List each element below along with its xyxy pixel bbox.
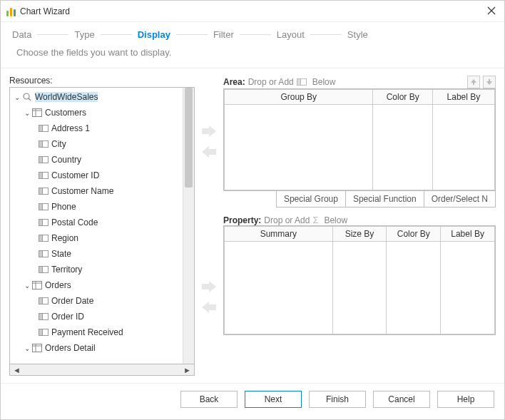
tree-root[interactable]: ⌄ WorldWideSales: [10, 89, 183, 105]
tree-group-label: Orders Detail: [45, 343, 96, 353]
tree-field[interactable]: Phone: [10, 199, 183, 215]
svg-line-1: [29, 98, 31, 101]
tree-field[interactable]: Order Date: [10, 293, 183, 309]
svg-rect-31: [39, 314, 43, 320]
next-button[interactable]: Next: [245, 391, 302, 408]
prop-col-sizeby: Size By: [332, 227, 387, 242]
wizard-steps: Data Type Display Filter Layout Style: [1, 22, 504, 44]
tree-group[interactable]: ⌄ Customers: [10, 105, 183, 121]
field-icon: [39, 235, 49, 242]
svg-rect-2: [33, 109, 42, 117]
resources-tree[interactable]: ⌄ WorldWideSales ⌄ Customers Address 1 C…: [9, 87, 195, 364]
tree-root-label: WorldWideSales: [35, 92, 98, 102]
svg-rect-6: [39, 126, 43, 132]
scroll-left-icon[interactable]: ◄: [13, 366, 21, 374]
tree-group-label: Orders: [45, 280, 71, 290]
back-button[interactable]: Back: [180, 391, 238, 408]
field-hint-icon: [297, 78, 307, 86]
tree-field[interactable]: State: [10, 246, 183, 262]
prop-col-labelby: Label By: [441, 227, 495, 242]
area-col-labelby: Label By: [432, 90, 494, 105]
property-header: Property: Drop or Add Σ Below: [223, 215, 496, 225]
svg-rect-18: [39, 220, 43, 226]
step-layout[interactable]: Layout: [275, 29, 306, 40]
special-function-button[interactable]: Special Function: [346, 190, 424, 208]
area-header: Area: Drop or Add Below: [223, 76, 496, 88]
help-button[interactable]: Help: [437, 391, 494, 408]
tree-field[interactable]: Address 1: [10, 121, 183, 136]
table-icon: [32, 344, 42, 352]
resources-label: Resources:: [9, 76, 195, 86]
area-table[interactable]: Group By Color By Label By: [223, 88, 496, 191]
tree-field[interactable]: Region: [10, 230, 183, 246]
wizard-footer: Back Next Finish Cancel Help: [1, 383, 504, 419]
chevron-down-icon[interactable]: ⌄: [23, 344, 31, 352]
svg-rect-24: [39, 267, 43, 273]
svg-rect-10: [39, 157, 43, 163]
chevron-down-icon[interactable]: ⌄: [13, 93, 21, 101]
table-icon: [32, 108, 42, 117]
svg-rect-22: [39, 251, 43, 257]
tree-field[interactable]: Territory: [10, 262, 183, 277]
tree-field[interactable]: Order ID: [10, 309, 183, 324]
remove-button-property[interactable]: [202, 302, 216, 315]
remove-button[interactable]: [202, 146, 216, 160]
tree-field[interactable]: Postal Code: [10, 215, 183, 230]
arrow-right-icon: [202, 126, 216, 137]
field-icon: [39, 156, 49, 163]
field-icon: [39, 297, 49, 304]
svg-rect-33: [39, 329, 43, 336]
field-icon: [39, 266, 49, 273]
tree-field[interactable]: Payment Received: [10, 324, 183, 340]
move-up-button[interactable]: [467, 76, 480, 88]
titlebar: Chart Wizard: [1, 1, 504, 22]
tree-field[interactable]: Country: [10, 152, 183, 168]
arrow-right-icon: [202, 281, 216, 292]
scroll-right-icon[interactable]: ►: [183, 366, 191, 374]
svg-point-0: [24, 93, 29, 99]
add-button-property[interactable]: [202, 281, 216, 294]
step-display[interactable]: Display: [136, 29, 172, 40]
special-group-button[interactable]: Special Group: [276, 190, 346, 208]
prop-col-colorby: Color By: [387, 227, 441, 242]
chevron-down-icon[interactable]: ⌄: [23, 282, 31, 290]
step-style[interactable]: Style: [346, 29, 369, 40]
field-icon: [39, 219, 49, 226]
cancel-button[interactable]: Cancel: [373, 391, 430, 408]
svg-rect-29: [39, 298, 43, 304]
property-table[interactable]: Summary Size By Color By Label By: [223, 225, 496, 335]
arrow-left-icon: [202, 146, 216, 158]
order-select-n-button[interactable]: Order/Select N: [424, 190, 496, 208]
step-data[interactable]: Data: [11, 29, 33, 40]
arrow-up-icon: [470, 78, 477, 86]
app-logo-icon: [6, 6, 16, 16]
close-button[interactable]: [484, 5, 499, 18]
tree-field[interactable]: Customer ID: [10, 168, 183, 183]
svg-rect-20: [39, 235, 43, 242]
svg-rect-34: [33, 344, 42, 352]
field-icon: [39, 329, 49, 336]
chevron-down-icon[interactable]: ⌄: [23, 109, 31, 117]
step-filter[interactable]: Filter: [212, 29, 235, 40]
horizontal-scrollbar[interactable]: ◄ ►: [9, 364, 195, 376]
transfer-buttons: [199, 76, 219, 376]
field-icon: [39, 140, 49, 148]
add-button[interactable]: [202, 126, 216, 139]
area-hint1: Drop or Add: [248, 77, 294, 87]
tree-field[interactable]: City: [10, 136, 183, 152]
tree-group[interactable]: ⌄ Orders: [10, 277, 183, 293]
finish-button[interactable]: Finish: [309, 391, 366, 408]
tree-group-label: Customers: [45, 108, 86, 118]
step-type[interactable]: Type: [73, 29, 96, 40]
tree-group[interactable]: ⌄ Orders Detail: [10, 340, 183, 356]
prop-col-summary: Summary: [225, 227, 333, 242]
vertical-scrollbar[interactable]: [183, 88, 194, 364]
field-icon: [39, 250, 49, 257]
move-down-button[interactable]: [483, 76, 496, 88]
tree-field[interactable]: Customer Name: [10, 183, 183, 199]
area-col-groupby: Group By: [225, 90, 373, 105]
svg-rect-16: [39, 204, 43, 210]
scrollbar-thumb[interactable]: [185, 88, 193, 188]
sigma-icon: Σ: [312, 215, 318, 225]
close-icon: [487, 6, 496, 15]
